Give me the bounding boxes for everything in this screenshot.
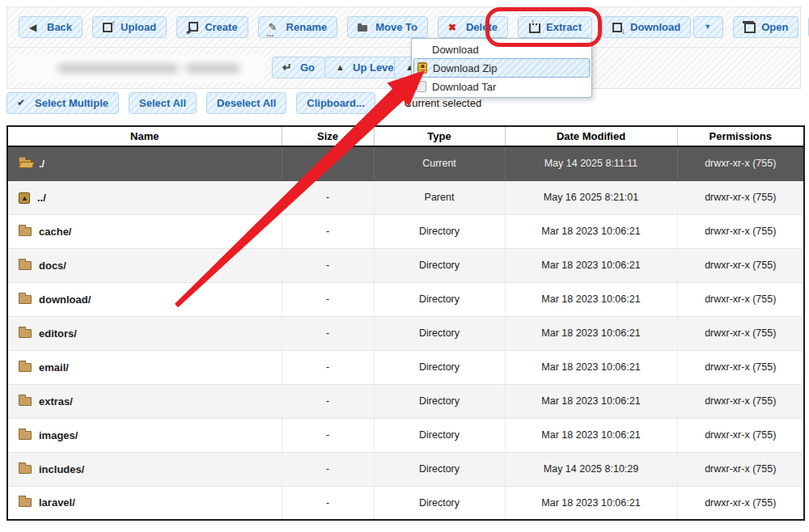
size-cell: -: [282, 350, 374, 384]
file-name: images/: [39, 429, 78, 441]
clipboard-label: Clipboard...: [307, 97, 365, 109]
type-cell: Directory: [374, 486, 505, 520]
type-cell: Directory: [374, 452, 505, 486]
download-button-label: Download: [630, 21, 680, 33]
name-cell: editors/: [7, 316, 282, 350]
file-name: ../: [37, 192, 46, 204]
file-table: NameSizeTypeDate ModifiedPermissions ./C…: [6, 125, 805, 521]
column-header-name[interactable]: Name: [7, 126, 282, 146]
name-cell: ./: [7, 146, 282, 180]
return-arrow-icon: [282, 62, 294, 74]
file-name: extras/: [39, 395, 73, 407]
type-cell: Directory: [374, 248, 505, 282]
size-cell: -: [282, 316, 374, 350]
upload-box-icon: [103, 22, 115, 33]
table-row-editors[interactable]: editors/-DirectoryMar 18 2023 10:06:21dr…: [7, 316, 804, 350]
select-multiple-button[interactable]: Select Multiple: [6, 92, 119, 114]
name-cell: email/: [7, 350, 282, 384]
size-cell: -: [282, 248, 374, 282]
redacted-path-blur: [185, 64, 240, 73]
toolbar-button-back[interactable]: Back: [19, 16, 83, 38]
button-label: Create: [205, 21, 237, 33]
toolbar-button-move-to[interactable]: Move To: [347, 16, 428, 38]
table-row-laravel[interactable]: laravel/-DirectoryMar 18 2023 10:06:21dr…: [7, 486, 804, 520]
folder-icon: [19, 431, 32, 440]
select-all-button[interactable]: Select All: [129, 92, 197, 114]
folder-icon: [19, 227, 32, 236]
current-selected-status: Current selected: [404, 97, 481, 109]
toolbar-button-create[interactable]: Create: [176, 16, 248, 38]
folder-open-icon: [19, 159, 32, 168]
move-folder-icon: [358, 22, 370, 33]
download-dropdown-menu: DownloadDownload ZipDownload Tar: [411, 38, 592, 98]
button-label: Extract: [546, 21, 582, 33]
go-button[interactable]: Go: [272, 57, 325, 78]
file-name: docs/: [39, 260, 66, 272]
table-row-includes[interactable]: includes/-DirectoryMay 14 2025 8:10:29dr…: [7, 452, 804, 486]
folder-icon: [19, 498, 32, 507]
column-header-type[interactable]: Type: [374, 126, 505, 146]
menu-item-label: Download: [432, 44, 479, 56]
clipboard-button[interactable]: Clipboard...: [296, 92, 375, 114]
size-cell: -: [282, 180, 374, 214]
download-dropdown-button[interactable]: [693, 16, 723, 38]
table-row-[interactable]: ./CurrentMay 14 2025 8:11:11drwxr-xr-x (…: [7, 146, 804, 180]
toolbar-button-rename[interactable]: Rename: [258, 16, 338, 38]
name-cell: laravel/: [7, 486, 282, 520]
select-all-label: Select All: [139, 97, 186, 109]
path-bar: Go Up Level: [7, 49, 800, 89]
column-header-date-modified[interactable]: Date Modified: [505, 126, 677, 146]
table-row-email[interactable]: email/-DirectoryMar 18 2023 10:06:21drwx…: [7, 350, 804, 384]
table-row-cache[interactable]: cache/-DirectoryMar 18 2023 10:06:21drwx…: [7, 214, 804, 248]
permissions-cell: drwxr-xr-x (755): [677, 384, 804, 418]
blank-icon: [417, 44, 426, 55]
table-header-row: NameSizeTypeDate ModifiedPermissions: [7, 126, 804, 146]
date-modified-cell: Mar 18 2023 10:06:21: [505, 350, 677, 384]
size-cell: -: [282, 486, 374, 520]
type-cell: Directory: [374, 384, 505, 418]
type-cell: Directory: [374, 418, 505, 452]
deselect-all-button[interactable]: Deselect All: [206, 92, 286, 114]
folder-icon: [19, 363, 32, 372]
date-modified-cell: Mar 18 2023 10:06:21: [505, 316, 677, 350]
table-row-download[interactable]: download/-DirectoryMar 18 2023 10:06:21d…: [7, 282, 804, 316]
name-cell: ../: [7, 180, 282, 214]
folder-icon: [19, 465, 32, 474]
permissions-cell: drwxr-xr-x (755): [677, 452, 804, 486]
button-label: Move To: [375, 21, 417, 33]
permissions-cell: drwxr-xr-x (755): [677, 418, 804, 452]
file-name: includes/: [39, 463, 84, 475]
toolbar-button-upload[interactable]: Upload: [92, 16, 167, 38]
menu-item-download-tar[interactable]: Download Tar: [413, 78, 590, 95]
toolbar-button-delete[interactable]: Delete: [438, 16, 508, 38]
table-row-[interactable]: ../-ParentMay 16 2025 8:21:01drwxr-xr-x …: [7, 180, 804, 214]
redacted-path-blur: [57, 64, 179, 73]
file-name: email/: [39, 361, 69, 374]
file-name: ./: [39, 158, 44, 170]
table-row-extras[interactable]: extras/-DirectoryMar 18 2023 10:06:21drw…: [7, 384, 804, 418]
column-header-permissions[interactable]: Permissions: [677, 126, 804, 146]
deselect-all-label: Deselect All: [217, 97, 276, 109]
file-name: laravel/: [39, 496, 75, 509]
toolbar-button-extract[interactable]: Extract: [518, 16, 592, 38]
folder-parent-icon: [19, 192, 30, 204]
type-cell: Current: [374, 146, 505, 180]
menu-item-download[interactable]: Download: [413, 40, 590, 58]
toolbar-button-open[interactable]: Open: [733, 16, 798, 38]
size-cell: [282, 146, 374, 180]
button-label: Upload: [121, 21, 156, 33]
path-input-redacted[interactable]: [15, 55, 264, 82]
table-row-docs[interactable]: docs/-DirectoryMar 18 2023 10:06:21drwxr…: [7, 248, 804, 282]
button-label: Open: [761, 21, 788, 33]
table-row-images[interactable]: images/-DirectoryMar 18 2023 10:06:21drw…: [7, 418, 804, 452]
download-box-icon: [612, 22, 625, 33]
download-button[interactable]: Download: [602, 16, 691, 38]
size-cell: -: [282, 384, 374, 418]
button-label: Delete: [466, 21, 498, 33]
column-header-size[interactable]: Size: [282, 126, 374, 146]
back-arrow-icon: [29, 22, 41, 33]
permissions-cell: drwxr-xr-x (755): [677, 486, 804, 520]
menu-item-download-zip[interactable]: Download Zip: [413, 58, 590, 78]
zip-file-icon: [417, 62, 427, 74]
toolbar-right-group: OpenMore...: [733, 16, 809, 38]
